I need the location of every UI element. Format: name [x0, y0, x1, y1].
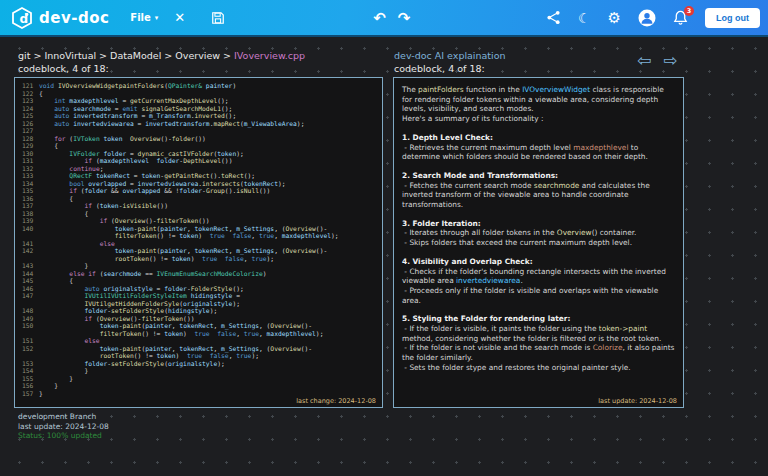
- code-text: [39, 127, 382, 135]
- line-number: 154: [15, 367, 39, 375]
- code-line: 131 if (maxdepthlevel folder-DepthLevel(…: [15, 157, 382, 165]
- code-line: 136 {: [15, 195, 382, 203]
- app-window: d dev-doc File ▾ ✕ ↶ ↷: [0, 0, 768, 476]
- explanation-paragraph: - Iterates through all folder tokens in …: [402, 228, 675, 238]
- line-number: 146: [15, 285, 39, 293]
- explanation-paragraph: - If the folder is visible, it paints th…: [402, 324, 675, 343]
- redo-icon[interactable]: ↷: [398, 9, 411, 27]
- code-text: }: [39, 367, 382, 375]
- code-text: token-paint(painter, tokenRect, m_Settin…: [39, 247, 382, 255]
- breadcrumb-file[interactable]: IVoverview.cpp: [234, 50, 305, 61]
- breadcrumb[interactable]: git > InnoVirtual > DataModel > Overview…: [18, 50, 305, 63]
- logout-button[interactable]: Log out: [705, 8, 760, 28]
- line-number: 153: [15, 360, 39, 368]
- code-line: 156 }: [15, 382, 382, 390]
- file-menu[interactable]: File ▾: [130, 12, 158, 23]
- line-number: [15, 300, 39, 308]
- previous-block-arrow-icon[interactable]: ⇦: [637, 50, 651, 70]
- explanation-paragraph: The paintFolders function in the IVOverv…: [402, 85, 675, 114]
- explanation-heading: 4. Visibility and Overlap Check:: [402, 257, 675, 267]
- branch-label: development Branch: [18, 412, 109, 422]
- code-text: {: [39, 210, 382, 218]
- close-icon[interactable]: ✕: [174, 10, 185, 25]
- code-line: 151 else: [15, 337, 382, 345]
- code-line: 154 }: [15, 367, 382, 375]
- code-line: 148 folder-setFolderStyle(hidingstyle);: [15, 307, 382, 315]
- code-text: token-paint(painter, tokenRect, m_Settin…: [39, 345, 382, 353]
- dark-mode-moon-icon[interactable]: ☾: [578, 10, 591, 26]
- codeblock-counter: codeblock, 4 of 18:: [18, 63, 305, 76]
- code-text: {: [39, 195, 382, 203]
- notification-badge: 3: [684, 6, 694, 16]
- line-number: 152: [15, 345, 39, 353]
- code-line: 134 bool overlapped = invertedviewarea.i…: [15, 180, 382, 188]
- code-line: 142 token-paint(painter, tokenRect, m_Se…: [15, 247, 382, 255]
- line-number: 144: [15, 270, 39, 278]
- code-line: 141 else: [15, 240, 382, 248]
- line-number: 155: [15, 375, 39, 383]
- line-number: 151: [15, 337, 39, 345]
- line-number: 130: [15, 150, 39, 158]
- settings-gear-icon[interactable]: ⚙: [608, 9, 621, 27]
- code-line: 149 if (Overview()-filterToken()): [15, 315, 382, 323]
- undo-icon[interactable]: ↶: [373, 9, 386, 27]
- code-lines: 121void IVOverviewWidgetpaintFolders(QPa…: [15, 78, 382, 397]
- code-line: 133 QRectF tokenRect = token-getPaintRec…: [15, 172, 382, 180]
- code-line: 139 if (Overview()-filterToken()): [15, 217, 382, 225]
- last-update-label: last update: 2024-12-08: [18, 422, 109, 432]
- line-number: [15, 352, 39, 360]
- code-text: }: [39, 390, 382, 398]
- code-line: filterToken() != token) true false, true…: [15, 232, 382, 240]
- app-logo: d dev-doc: [10, 6, 109, 30]
- code-line: rootToken() != token) true false, true);: [15, 352, 382, 360]
- code-line: 144 else if (searchmode == IVEnumEnumSea…: [15, 270, 382, 278]
- share-icon[interactable]: [546, 10, 561, 25]
- line-number: [15, 330, 39, 338]
- line-number: 128: [15, 135, 39, 143]
- code-text: continue;: [39, 165, 382, 173]
- line-number: 156: [15, 382, 39, 390]
- code-line: 140 token-paint(painter, tokenRect, m_Se…: [15, 225, 382, 233]
- breadcrumb-path[interactable]: git > InnoVirtual > DataModel > Overview…: [18, 50, 234, 61]
- user-avatar[interactable]: [638, 9, 656, 27]
- code-text: filterToken() != token) true false, true…: [39, 232, 382, 240]
- code-line: 121void IVOverviewWidgetpaintFolders(QPa…: [15, 82, 382, 90]
- code-line: 146 auto originalstyle = folder-FolderSt…: [15, 285, 382, 293]
- line-number: 132: [15, 165, 39, 173]
- spacer: [402, 210, 675, 219]
- code-text: bool overlapped = invertedviewarea.inter…: [39, 180, 382, 188]
- code-panel[interactable]: 121void IVOverviewWidgetpaintFolders(QPa…: [14, 77, 383, 408]
- code-line: 147 IVUtilIVUtilFolderStyleItem hidingst…: [15, 292, 382, 300]
- line-number: 141: [15, 240, 39, 248]
- code-text: rootToken() != token) true false, true);: [39, 255, 382, 263]
- explanation-heading: 5. Styling the Folder for rendering late…: [402, 314, 675, 324]
- line-number: [15, 255, 39, 263]
- code-text: auto originalstyle = folder-FolderStyle(…: [39, 285, 382, 293]
- ai-panel-title: dev-doc AI explaination: [394, 50, 506, 63]
- code-text: for (IVToken token Overview()-folder()): [39, 135, 382, 143]
- explanation-paragraph: - Fetches the current search mode search…: [402, 181, 675, 210]
- line-number: [15, 232, 39, 240]
- line-number: 125: [15, 112, 39, 120]
- code-text: {: [39, 90, 382, 98]
- code-panel-header: git > InnoVirtual > DataModel > Overview…: [18, 50, 305, 75]
- status-block: development Branch last update: 2024-12-…: [18, 412, 109, 441]
- line-number: 143: [15, 262, 39, 270]
- explanation-paragraph: - Proceeds only if the folder is visible…: [402, 286, 675, 305]
- code-line: 132 continue;: [15, 165, 382, 173]
- code-text: int maxdepthlevel = getCurrentMaxDepthLe…: [39, 97, 382, 105]
- code-text: void IVOverviewWidgetpaintFolders(QPaint…: [39, 82, 382, 90]
- save-icon[interactable]: [211, 11, 225, 25]
- code-line: 128 for (IVToken token Overview()-folder…: [15, 135, 382, 143]
- next-block-arrow-icon[interactable]: ⇨: [663, 50, 677, 70]
- explanation-body: The paintFolders function in the IVOverv…: [394, 78, 683, 373]
- notifications-bell-icon[interactable]: 3: [673, 10, 688, 26]
- explanation-heading: 3. Folder Iteration:: [402, 219, 675, 229]
- line-number: 124: [15, 105, 39, 113]
- explanation-last-update: last update: 2024-12-08: [598, 397, 677, 405]
- code-line: 150 token-paint(painter, tokenRect, m_Se…: [15, 322, 382, 330]
- ai-explanation-panel[interactable]: The paintFolders function in the IVOverv…: [393, 77, 684, 408]
- code-line: 127: [15, 127, 382, 135]
- code-line: 125 auto invertedtransform = m_Transform…: [15, 112, 382, 120]
- code-line: 130 IVFolder folder = dynamic_castIVFold…: [15, 150, 382, 158]
